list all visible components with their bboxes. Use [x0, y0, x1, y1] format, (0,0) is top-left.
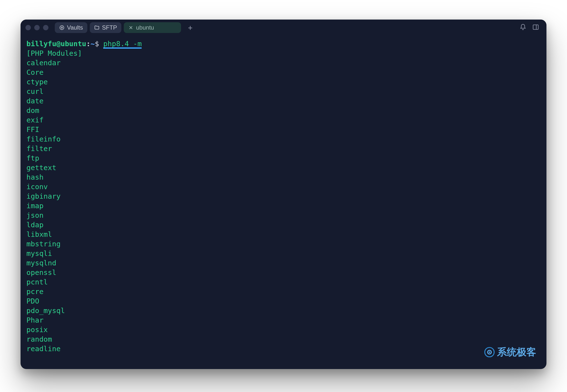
- bell-icon[interactable]: [520, 24, 526, 31]
- command-output: [PHP Modules] calendar Core ctype curl d…: [26, 49, 82, 353]
- prompt-user-host: billyfu@ubuntu: [26, 40, 86, 48]
- watermark: 系统极客: [484, 345, 536, 359]
- tab-label: SFTP: [102, 24, 117, 31]
- folder-icon: [94, 25, 100, 30]
- svg-point-1: [61, 27, 63, 28]
- vault-icon: [59, 25, 65, 30]
- svg-point-0: [60, 26, 64, 30]
- close-icon[interactable]: [128, 25, 133, 30]
- svg-point-5: [489, 351, 490, 353]
- tab-ubuntu[interactable]: ubuntu: [124, 22, 181, 33]
- prompt-sep: $: [95, 40, 103, 48]
- minimize-dot[interactable]: [34, 25, 40, 30]
- prompt-path: ~: [90, 40, 95, 48]
- terminal-body[interactable]: billyfu@ubuntu:~$ php8.4 -m [PHP Modules…: [21, 36, 546, 369]
- watermark-icon: [484, 347, 495, 358]
- mac-window-controls[interactable]: [26, 25, 48, 30]
- tab-vaults[interactable]: Vaults: [55, 22, 87, 33]
- titlebar: Vaults SFTP ubuntu +: [21, 20, 546, 36]
- terminal-window: Vaults SFTP ubuntu +: [21, 20, 546, 369]
- watermark-text: 系统极客: [497, 345, 536, 359]
- command-text: php8.4 -m: [103, 40, 142, 49]
- zoom-dot[interactable]: [43, 25, 48, 30]
- tab-label: ubuntu: [136, 24, 154, 31]
- svg-rect-2: [533, 25, 538, 29]
- tab-sftp[interactable]: SFTP: [90, 22, 121, 33]
- close-dot[interactable]: [26, 25, 31, 30]
- tab-label: Vaults: [67, 24, 83, 31]
- new-tab-button[interactable]: +: [185, 23, 195, 32]
- panel-icon[interactable]: [532, 24, 539, 31]
- prompt-colon: :: [86, 40, 90, 48]
